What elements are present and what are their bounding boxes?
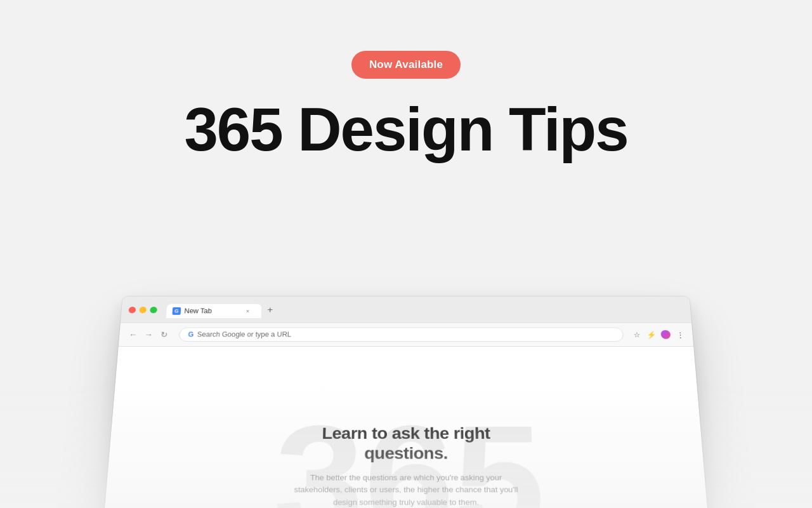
browser-chrome: G New Tab × + bbox=[121, 297, 691, 323]
browser-toolbar: ← → ↻ G Search Google or type a URL ☆ ⚡ … bbox=[119, 323, 694, 347]
tab-title: New Tab bbox=[184, 307, 212, 315]
new-tab-button[interactable]: + bbox=[261, 302, 279, 318]
tab-bar: G New Tab × + bbox=[166, 302, 684, 318]
forward-button[interactable]: → bbox=[141, 328, 155, 340]
address-bar[interactable]: G Search Google or type a URL bbox=[179, 328, 624, 342]
tab-favicon-icon: G bbox=[172, 307, 181, 315]
extensions-icon[interactable]: ⚡ bbox=[646, 330, 657, 340]
address-bar-text: Search Google or type a URL bbox=[197, 331, 292, 338]
google-icon: G bbox=[188, 331, 194, 338]
bookmark-icon[interactable]: ☆ bbox=[631, 330, 643, 340]
browser-window: G New Tab × + ← → ↻ G Search Google or t… bbox=[102, 297, 710, 508]
minimize-window-button[interactable] bbox=[139, 307, 147, 313]
back-button[interactable]: ← bbox=[126, 328, 140, 340]
maximize-window-button[interactable] bbox=[150, 307, 157, 313]
main-title: 365 Design Tips bbox=[184, 99, 627, 160]
traffic-lights bbox=[128, 307, 157, 313]
tab-close-button[interactable]: × bbox=[244, 307, 252, 315]
refresh-button[interactable]: ↻ bbox=[157, 328, 171, 340]
nav-buttons: ← → ↻ bbox=[126, 328, 171, 340]
content-text-block: Learn to ask the right questions. The be… bbox=[287, 424, 525, 508]
toolbar-actions: ☆ ⚡ ⋮ bbox=[631, 330, 686, 340]
availability-badge[interactable]: Now Available bbox=[351, 51, 461, 79]
browser-content: 3 6 5 Learn to ask the right questions. … bbox=[102, 347, 710, 508]
browser-mockup: G New Tab × + ← → ↻ G Search Google or t… bbox=[102, 297, 710, 508]
content-body: The better the questions are which you'r… bbox=[287, 472, 525, 508]
close-window-button[interactable] bbox=[128, 307, 136, 313]
browser-top-bar: G New Tab × + bbox=[128, 302, 684, 318]
hero-section: Now Available 365 Design Tips bbox=[0, 0, 812, 190]
profile-icon[interactable] bbox=[660, 330, 671, 340]
menu-icon[interactable]: ⋮ bbox=[674, 330, 686, 340]
active-tab[interactable]: G New Tab × bbox=[166, 304, 262, 318]
content-heading: Learn to ask the right questions. bbox=[288, 424, 523, 464]
